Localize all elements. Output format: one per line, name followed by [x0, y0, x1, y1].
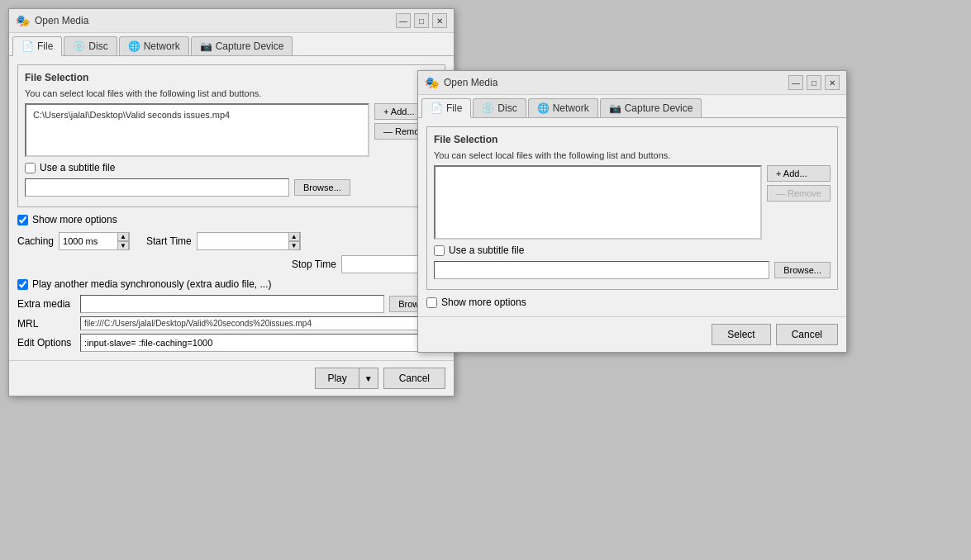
- tab-bar-2: 📄 File 💿 Disc 🌐 Network 📷 Capture Device: [418, 95, 846, 118]
- extramedia-input-1[interactable]: [80, 295, 384, 313]
- subtitle-browse-button-2[interactable]: Browse...: [774, 262, 831, 278]
- caching-up-1[interactable]: ▲: [117, 232, 129, 241]
- disc-tab-label-1: Disc: [88, 40, 107, 52]
- subtitle-label-2: Use a subtitle file: [449, 244, 524, 256]
- mrl-value-1: file:///C:/Users/jalal/Desktop/Valid%20s…: [80, 316, 445, 330]
- file-selection-desc-1: You can select local files with the foll…: [25, 88, 438, 98]
- play-button-1[interactable]: Play: [315, 368, 358, 389]
- tab-capture-1[interactable]: 📷 Capture Device: [191, 36, 293, 55]
- mrl-label-1: MRL: [17, 318, 75, 330]
- maximize-button-1[interactable]: □: [414, 13, 429, 28]
- subtitle-path-input-2[interactable]: [434, 261, 769, 279]
- file-tab-icon-2: 📄: [431, 102, 443, 114]
- starttime-down-1[interactable]: ▼: [288, 241, 300, 250]
- caching-input-1: 1000 ms ▲ ▼: [59, 232, 130, 250]
- editoptions-input-1[interactable]: [80, 334, 445, 352]
- stoptime-row-1: Stop Time 00H:00m:00s.000 ▲ ▼: [17, 255, 445, 273]
- playsync-label-1: Play another media synchronously (extra …: [32, 278, 271, 290]
- caching-group-1: Caching 1000 ms ▲ ▼: [17, 232, 130, 250]
- file-list-box-2[interactable]: [434, 165, 762, 240]
- close-button-1[interactable]: ✕: [432, 13, 447, 28]
- caching-label-1: Caching: [17, 235, 54, 247]
- starttime-up-1[interactable]: ▲: [288, 232, 300, 241]
- window-title-1: Open Media: [35, 15, 88, 26]
- file-tab-label-2: File: [446, 102, 462, 114]
- content-1: File Selection You can select local file…: [9, 56, 454, 360]
- add-button-2[interactable]: + Add...: [767, 165, 831, 182]
- titlebar-left-1: 🎭 Open Media: [16, 14, 88, 27]
- stoptime-label-1: Stop Time: [292, 259, 336, 270]
- editoptions-row-1: Edit Options: [17, 334, 445, 352]
- file-buttons-2: + Add... — Remove: [767, 165, 831, 240]
- show-more-checkbox-2[interactable]: [426, 297, 437, 308]
- playsync-checkbox-1[interactable]: [17, 279, 28, 290]
- extended-options-1: Caching 1000 ms ▲ ▼ Start Time 00H:00m:0…: [17, 232, 445, 352]
- minimize-button-2[interactable]: —: [788, 75, 803, 90]
- remove-button-2[interactable]: — Remove: [767, 185, 831, 202]
- window-open-media-2: 🎭 Open Media — □ ✕ 📄 File 💿 Disc 🌐 Netwo…: [417, 70, 847, 353]
- show-more-row-2: Show more options: [426, 297, 838, 308]
- titlebar-left-2: 🎭 Open Media: [425, 76, 497, 89]
- tab-file-2[interactable]: 📄 File: [421, 98, 471, 118]
- subtitle-checkbox-1[interactable]: [25, 163, 36, 173]
- disc-tab-icon-2: 💿: [482, 102, 494, 114]
- mrl-row-1: MRL file:///C:/Users/jalal/Desktop/Valid…: [17, 316, 445, 330]
- play-btn-group-1: Play ▼: [315, 368, 378, 389]
- subtitle-checkbox-row-1: Use a subtitle file: [25, 162, 438, 173]
- tab-disc-1[interactable]: 💿 Disc: [64, 36, 117, 55]
- starttime-value-1[interactable]: 00H:00m:00s.000: [198, 236, 288, 246]
- editoptions-label-1: Edit Options: [17, 337, 75, 349]
- tab-disc-2[interactable]: 💿 Disc: [473, 98, 526, 117]
- tab-capture-2[interactable]: 📷 Capture Device: [600, 98, 702, 117]
- file-selection-title-1: File Selection: [25, 72, 438, 83]
- file-tab-icon-1: 📄: [21, 40, 34, 52]
- capture-tab-icon-1: 📷: [200, 40, 212, 52]
- select-button-2[interactable]: Select: [712, 324, 770, 345]
- show-more-checkbox-1[interactable]: [17, 215, 28, 225]
- disc-tab-label-2: Disc: [497, 102, 516, 114]
- starttime-spinbtns-1: ▲ ▼: [288, 232, 300, 250]
- cancel-button-1[interactable]: Cancel: [383, 368, 445, 389]
- show-more-label-1: Show more options: [32, 214, 117, 225]
- action-bar-2: Select Cancel: [418, 316, 846, 352]
- subtitle-path-input-1[interactable]: [25, 178, 289, 197]
- caching-value-1[interactable]: 1000 ms: [59, 236, 117, 246]
- tab-network-2[interactable]: 🌐 Network: [528, 98, 598, 117]
- file-list-box-1[interactable]: C:\Users\jalal\Desktop\Valid seconds iss…: [25, 103, 369, 157]
- content-2: File Selection You can select local file…: [418, 118, 846, 316]
- file-selection-desc-2: You can select local files with the foll…: [434, 150, 831, 160]
- file-selection-section-2: File Selection You can select local file…: [426, 126, 838, 290]
- starttime-group-1: Start Time 00H:00m:00s.000 ▲ ▼: [146, 232, 301, 250]
- subtitle-browse-button-1[interactable]: Browse...: [294, 179, 350, 196]
- file-selection-section-1: File Selection You can select local file…: [17, 64, 445, 207]
- file-selection-row-1: C:\Users\jalal\Desktop\Valid seconds iss…: [25, 103, 438, 157]
- extramedia-label-1: Extra media: [17, 298, 75, 310]
- show-more-label-2: Show more options: [441, 297, 526, 308]
- capture-tab-label-2: Capture Device: [625, 102, 693, 114]
- titlebar-buttons-2: — □ ✕: [788, 75, 840, 90]
- starttime-input-1: 00H:00m:00s.000 ▲ ▼: [197, 232, 301, 250]
- close-button-2[interactable]: ✕: [825, 75, 840, 90]
- minimize-button-1[interactable]: —: [396, 13, 411, 28]
- subtitle-checkbox-2[interactable]: [434, 245, 445, 256]
- window-open-media-1: 🎭 Open Media — □ ✕ 📄 File 💿 Disc 🌐 Netwo…: [8, 8, 455, 396]
- maximize-button-2[interactable]: □: [807, 75, 821, 90]
- file-tab-label-1: File: [37, 40, 53, 52]
- file-list-item-1: C:\Users\jalal\Desktop\Valid seconds iss…: [30, 108, 364, 121]
- play-dropdown-1[interactable]: ▼: [359, 368, 378, 389]
- window-title-2: Open Media: [444, 77, 497, 88]
- tab-bar-1: 📄 File 💿 Disc 🌐 Network 📷 Capture Device: [9, 33, 454, 56]
- file-selection-row-2: + Add... — Remove: [434, 165, 831, 240]
- timing-row-1: Caching 1000 ms ▲ ▼ Start Time 00H:00m:0…: [17, 232, 445, 250]
- file-selection-title-2: File Selection: [434, 134, 831, 145]
- subtitle-browse-row-1: Browse...: [25, 178, 438, 197]
- cancel-button-2[interactable]: Cancel: [776, 324, 838, 345]
- vlc-icon-1: 🎭: [16, 14, 30, 27]
- network-tab-icon-1: 🌐: [128, 40, 140, 52]
- subtitle-label-1: Use a subtitle file: [40, 162, 115, 173]
- caching-spinbtns-1: ▲ ▼: [117, 232, 129, 250]
- tab-network-1[interactable]: 🌐 Network: [119, 36, 189, 55]
- action-bar-1: Play ▼ Cancel: [9, 360, 454, 396]
- tab-file-1[interactable]: 📄 File: [12, 36, 62, 56]
- caching-down-1[interactable]: ▼: [117, 241, 129, 250]
